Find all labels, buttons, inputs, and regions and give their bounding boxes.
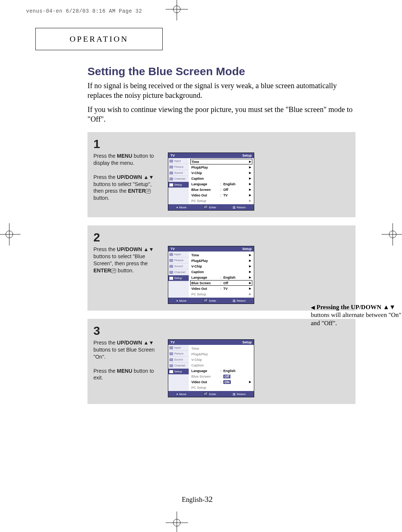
input-icon [169, 160, 173, 163]
registration-mark-bottom [166, 512, 188, 532]
osd-side-picture: Picture [168, 164, 189, 170]
picture-icon [169, 166, 173, 169]
print-slug: venus-04-en 6/28/03 8:16 AM Page 32 [26, 8, 142, 14]
osd-menu-1: TVSetup Input Picture Sound Channel Setu… [168, 153, 254, 211]
enter-icon: ⏎ [146, 189, 151, 193]
intro-paragraph-2: If you wish to continue viewing the poor… [87, 105, 355, 124]
side-note: ◀ Pressing the UP/DOWN ▲▼ buttons will a… [311, 303, 402, 327]
osd-menu-3: TVSetup Input Picture Sound Channel Setu… [168, 339, 254, 397]
osd-side-channel: Channel [168, 176, 189, 182]
step-1: 1 Press the MENU button to display the m… [87, 132, 355, 217]
page-number: English-32 [182, 494, 213, 504]
setup-icon [169, 183, 173, 186]
osd-side-sound: Sound [168, 170, 189, 176]
step-3: 3 Press the UP/DOWN ▲▼ buttons to set Bl… [87, 319, 355, 404]
registration-mark-right [382, 223, 402, 246]
note-triangle-icon: ◀ [311, 305, 315, 310]
osd-side-input: Input [168, 158, 189, 164]
section-header-text: OPERATION [70, 34, 128, 44]
enter-icon: ⏎ [111, 269, 116, 273]
step-number: 2 [93, 231, 350, 244]
step-number: 1 [93, 137, 350, 151]
registration-mark-left [0, 223, 20, 246]
section-header-box: OPERATION [35, 28, 163, 50]
step-1-text: Press the MENU button to display the men… [93, 153, 160, 211]
channel-icon [169, 177, 173, 180]
page-title: Setting the Blue Screen Mode [87, 65, 355, 78]
step-2-text: Press the UP/DOWN ▲▼ buttons to select "… [93, 246, 160, 304]
registration-mark-top [166, 0, 188, 20]
intro-paragraph-1: If no signal is being received or the si… [87, 81, 355, 100]
osd-side-setup: Setup [168, 182, 189, 188]
step-3-text: Press the UP/DOWN ▲▼ buttons to set Blue… [93, 339, 160, 397]
step-2: 2 Press the UP/DOWN ▲▼ buttons to select… [87, 225, 355, 311]
sound-icon [169, 172, 173, 174]
osd-menu-2: TVSetup Input Picture Sound Channel Setu… [168, 246, 254, 304]
